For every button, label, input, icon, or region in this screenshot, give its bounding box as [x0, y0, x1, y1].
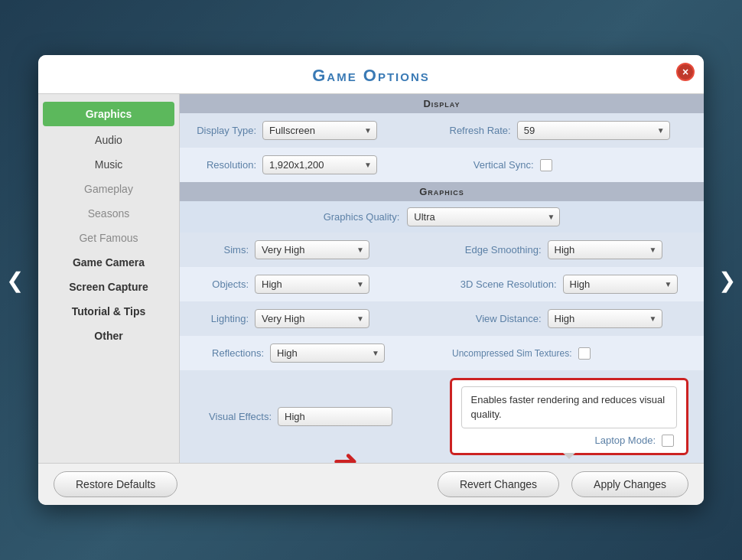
- footer-right-buttons: Revert Changes Apply Changes: [438, 471, 688, 497]
- reflections-label: Reflections:: [195, 347, 264, 359]
- sidebar-item-other[interactable]: Other: [38, 324, 179, 348]
- visual-effects-select[interactable]: High: [278, 407, 392, 426]
- view-distance-arrow: ▼: [649, 314, 657, 323]
- modal-overlay: Game Options × Graphics Audio Music Game…: [0, 0, 742, 560]
- lighting-group: Lighting: Very High ▼: [195, 309, 434, 328]
- revert-changes-button[interactable]: Revert Changes: [438, 471, 559, 497]
- sidebar-item-screen-capture[interactable]: Screen Capture: [38, 275, 179, 299]
- objects-arrow: ▼: [356, 280, 364, 288]
- objects-label: Objects:: [195, 278, 249, 290]
- uncompressed-textures-group: Uncompressed Sim Textures:: [450, 343, 689, 363]
- refresh-rate-select[interactable]: 59 ▼: [517, 121, 670, 140]
- nav-right-arrow[interactable]: ❯: [718, 268, 736, 293]
- content-area: Display Display Type: Fullscreen ▼ Refre…: [180, 94, 704, 462]
- close-button[interactable]: ×: [676, 63, 695, 81]
- display-type-label: Display Type:: [195, 125, 256, 136]
- graphics-row-1: Sims: Very High ▼ Edge Smoothing: High ▼: [180, 233, 704, 267]
- lighting-select[interactable]: Very High ▼: [255, 309, 369, 328]
- display-row-2: Resolution: 1,920x1,200 ▼ Vertical Sync:: [180, 148, 704, 182]
- display-type-arrow: ▼: [364, 126, 372, 135]
- refresh-rate-label: Refresh Rate:: [450, 125, 511, 136]
- sims-group: Sims: Very High ▼: [195, 240, 434, 259]
- restore-defaults-button[interactable]: Restore Defaults: [54, 471, 177, 497]
- edge-smoothing-group: Edge Smoothing: High ▼: [450, 240, 689, 259]
- graphics-section-header: Graphics: [180, 182, 704, 201]
- graphics-row-2: Objects: High ▼ 3D Scene Resolution: Hig…: [180, 267, 704, 301]
- game-options-modal: Game Options × Graphics Audio Music Game…: [38, 55, 704, 504]
- laptop-mode-group: Enables faster rendering and reduces vis…: [450, 378, 689, 454]
- view-distance-label: View Distance:: [450, 313, 542, 324]
- visual-effects-label: Visual Effects:: [195, 411, 272, 422]
- scene-resolution-arrow: ▼: [665, 280, 672, 288]
- uncompressed-textures-label: Uncompressed Sim Textures:: [450, 348, 572, 359]
- objects-select[interactable]: High ▼: [255, 275, 369, 294]
- edge-smoothing-select[interactable]: High ▼: [548, 240, 662, 259]
- graphics-quality-select[interactable]: Ultra ▼: [407, 207, 560, 226]
- graphics-quality-label: Graphics Quality:: [324, 211, 400, 223]
- edge-smoothing-arrow: ▼: [649, 246, 657, 254]
- objects-group: Objects: High ▼: [195, 275, 434, 294]
- lighting-arrow: ▼: [356, 314, 364, 323]
- sidebar-item-audio[interactable]: Audio: [38, 128, 179, 152]
- sims-arrow: ▼: [356, 246, 364, 254]
- resolution-arrow: ▼: [364, 161, 372, 169]
- display-section-header: Display: [180, 94, 704, 113]
- laptop-mode-highlight-box: Enables faster rendering and reduces vis…: [450, 378, 689, 454]
- refresh-rate-group: Refresh Rate: 59 ▼: [450, 121, 689, 140]
- graphics-row-5: Visual Effects: High Enables faster rend…: [180, 370, 704, 462]
- sims-label: Sims:: [195, 244, 249, 256]
- refresh-rate-arrow: ▼: [657, 126, 665, 135]
- graphics-row-3: Lighting: Very High ▼ View Distance: Hig…: [180, 301, 704, 336]
- nav-left-arrow[interactable]: ❮: [6, 268, 24, 293]
- lighting-label: Lighting:: [195, 313, 249, 324]
- scene-resolution-label: 3D Scene Resolution:: [450, 278, 557, 290]
- scene-resolution-group: 3D Scene Resolution: High ▼: [450, 275, 689, 294]
- sidebar-item-get-famous[interactable]: Get Famous: [38, 226, 179, 250]
- graphics-quality-arrow: ▼: [547, 213, 555, 221]
- scene-resolution-select[interactable]: High ▼: [563, 275, 678, 294]
- modal-body: Graphics Audio Music Gameplay Seasons Ge…: [38, 94, 704, 462]
- resolution-select[interactable]: 1,920x1,200 ▼: [262, 155, 377, 174]
- tooltip-popup: Enables faster rendering and reduces vis…: [461, 386, 678, 428]
- modal-header: Game Options ×: [38, 55, 704, 94]
- resolution-group: Resolution: 1,920x1,200 ▼: [195, 155, 434, 174]
- laptop-mode-checkbox[interactable]: [662, 435, 674, 447]
- sidebar-item-game-camera[interactable]: Game Camera: [38, 250, 179, 275]
- red-arrow-annotation: ➜: [333, 443, 359, 463]
- sidebar: Graphics Audio Music Gameplay Seasons Ge…: [38, 94, 180, 462]
- sidebar-item-tutorial-tips[interactable]: Tutorial & Tips: [38, 299, 179, 324]
- display-type-select[interactable]: Fullscreen ▼: [262, 121, 377, 140]
- vertical-sync-group: Vertical Sync:: [450, 155, 689, 174]
- laptop-mode-row: Laptop Mode:: [461, 435, 678, 447]
- graphics-quality-row: Graphics Quality: Ultra ▼: [180, 201, 704, 233]
- sidebar-item-gameplay[interactable]: Gameplay: [38, 177, 179, 201]
- tooltip-tail: [563, 453, 575, 459]
- display-type-group: Display Type: Fullscreen ▼: [195, 121, 434, 140]
- modal-footer: Restore Defaults Revert Changes Apply Ch…: [38, 463, 704, 505]
- uncompressed-textures-checkbox[interactable]: [578, 347, 591, 360]
- resolution-label: Resolution:: [195, 159, 256, 171]
- vertical-sync-checkbox[interactable]: [540, 159, 552, 171]
- reflections-select[interactable]: High ▼: [270, 343, 385, 363]
- visual-effects-group: Visual Effects: High: [195, 378, 434, 454]
- sims-select[interactable]: Very High ▼: [255, 240, 369, 259]
- modal-title: Game Options: [312, 66, 430, 85]
- apply-changes-button[interactable]: Apply Changes: [571, 471, 688, 497]
- reflections-group: Reflections: High ▼: [195, 343, 434, 363]
- graphics-row-4: Reflections: High ▼ Uncompressed Sim Tex…: [180, 336, 704, 370]
- sidebar-item-seasons[interactable]: Seasons: [38, 201, 179, 226]
- reflections-arrow: ▼: [372, 349, 379, 357]
- laptop-mode-label: Laptop Mode:: [594, 435, 656, 446]
- view-distance-select[interactable]: High ▼: [548, 309, 662, 328]
- display-row-1: Display Type: Fullscreen ▼ Refresh Rate:…: [180, 113, 704, 148]
- sidebar-item-graphics[interactable]: Graphics: [43, 102, 174, 126]
- view-distance-group: View Distance: High ▼: [450, 309, 689, 328]
- sidebar-item-music[interactable]: Music: [38, 152, 179, 177]
- vertical-sync-label: Vertical Sync:: [450, 159, 534, 171]
- edge-smoothing-label: Edge Smoothing:: [450, 244, 542, 256]
